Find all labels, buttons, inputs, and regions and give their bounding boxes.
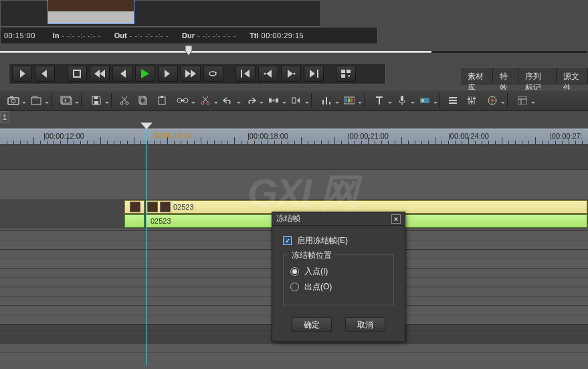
layout-icon[interactable]: [512, 92, 533, 108]
svg-rect-29: [276, 98, 278, 102]
right-panel-tabs: 素材库 特效 序列标记 源文件: [461, 67, 588, 84]
sequence-tab[interactable]: 1: [0, 111, 9, 123]
rewind-icon[interactable]: [90, 66, 110, 82]
out-timecode[interactable]: - -:- -:- -:- -: [130, 31, 169, 40]
svg-rect-38: [449, 97, 457, 98]
stop-icon[interactable]: [67, 66, 87, 82]
tab-library[interactable]: 素材库: [461, 68, 493, 84]
undo-icon[interactable]: [217, 92, 239, 108]
next-edit-icon[interactable]: [304, 66, 324, 82]
loop-icon[interactable]: [203, 66, 223, 82]
radio-selected-icon: [290, 267, 299, 276]
svg-point-26: [201, 102, 204, 104]
paste-icon[interactable]: [153, 92, 171, 108]
audio-clip-prev[interactable]: [124, 214, 144, 228]
transport-more-icon[interactable]: [336, 66, 356, 82]
ruler-label: |00:00:27:: [550, 132, 583, 140]
close-icon[interactable]: ×: [391, 214, 401, 224]
ripple-delete-icon[interactable]: [263, 92, 284, 108]
new-sequence-icon[interactable]: [56, 92, 77, 108]
step-back-icon[interactable]: [112, 66, 132, 82]
svg-rect-25: [181, 100, 185, 101]
track-row[interactable]: [0, 343, 588, 362]
svg-point-18: [126, 102, 128, 104]
radio-in-label: 入点(I): [304, 266, 328, 277]
audio-clip-label: 02523: [151, 217, 171, 225]
new-bin-icon[interactable]: [25, 92, 47, 108]
ok-button[interactable]: 确定: [292, 317, 332, 332]
freeze-position-group: 冻结帧位置 入点(I) 出点(O): [283, 254, 394, 305]
prev-marker-icon[interactable]: [258, 66, 278, 82]
trim-icon[interactable]: [286, 92, 307, 108]
fast-forward-icon[interactable]: [181, 66, 201, 82]
voiceover-icon[interactable]: [391, 92, 413, 108]
svg-point-17: [120, 102, 123, 104]
dur-timecode[interactable]: - -:- -:- -:- -: [197, 31, 236, 40]
title-icon[interactable]: [369, 92, 390, 108]
step-forward-icon[interactable]: [158, 66, 178, 82]
svg-rect-41: [468, 98, 470, 100]
link-icon[interactable]: [172, 92, 193, 108]
scopes-icon[interactable]: [482, 92, 503, 108]
timeline-settings-icon[interactable]: [444, 92, 462, 108]
dialog-titlebar[interactable]: 冻结帧 ×: [272, 212, 405, 226]
current-timecode[interactable]: 00:15:00: [4, 31, 35, 40]
timeline-toolbar: [0, 90, 588, 111]
svg-rect-33: [348, 98, 350, 102]
mixer-sliders-icon[interactable]: [463, 92, 480, 108]
svg-rect-28: [269, 98, 272, 102]
prev-edit-icon[interactable]: [235, 66, 256, 82]
svg-rect-7: [347, 70, 351, 73]
next-marker-icon[interactable]: [281, 66, 301, 82]
set-out-icon[interactable]: [35, 66, 55, 82]
ruler-label: |00:00:12:00: [43, 132, 84, 140]
seek-bar[interactable]: [0, 44, 587, 59]
playhead[interactable]: [146, 124, 146, 365]
copy-icon[interactable]: [134, 92, 152, 108]
enable-freeze-label: 启用冻结帧(E): [297, 235, 348, 246]
save-icon[interactable]: [86, 92, 107, 108]
cancel-button[interactable]: 取消: [345, 317, 385, 332]
radio-out-point[interactable]: 出点(O): [290, 281, 387, 293]
ttl-timecode[interactable]: 00:00:29:15: [262, 31, 304, 40]
ttl-label: Ttl: [250, 31, 258, 40]
svg-rect-8: [341, 74, 345, 78]
cut-icon[interactable]: [116, 92, 133, 108]
timecode-row: 00:15:00 In - -:- -:- -:- - Out - -:- -:…: [0, 27, 378, 44]
enable-freeze-checkbox[interactable]: ✓ 启用冻结帧(E): [283, 235, 394, 246]
svg-rect-6: [341, 70, 345, 73]
video-clip-label: 02523: [173, 203, 194, 211]
track-v2[interactable]: [0, 145, 588, 170]
timeline-ruler[interactable]: |00:00:12:00 |00:00:18:00 |00:00:21:00 |…: [0, 129, 588, 145]
set-in-icon[interactable]: [12, 66, 32, 82]
svg-point-45: [491, 99, 494, 102]
track-v1[interactable]: [0, 170, 588, 200]
svg-point-27: [207, 102, 209, 104]
tab-markers[interactable]: 序列标记: [518, 68, 556, 84]
video-clip-prev[interactable]: [124, 200, 144, 214]
dur-label: Dur: [182, 31, 195, 40]
group-label: 冻结帧位置: [289, 250, 334, 261]
svg-rect-22: [161, 96, 163, 98]
svg-rect-2: [241, 70, 242, 78]
audio-mixer-icon[interactable]: [316, 92, 337, 108]
razor-icon[interactable]: [195, 92, 216, 108]
svg-rect-11: [10, 96, 13, 98]
color-correction-icon[interactable]: [338, 92, 360, 108]
radio-in-point[interactable]: 入点(I): [290, 266, 387, 277]
effects-icon[interactable]: [414, 92, 435, 108]
play-icon[interactable]: [135, 66, 155, 82]
svg-rect-30: [292, 98, 296, 103]
svg-point-4: [294, 73, 296, 75]
out-label: Out: [114, 31, 127, 40]
tab-effects[interactable]: 特效: [493, 68, 519, 84]
preview-thumbnail: [47, 0, 134, 24]
tab-source[interactable]: 源文件: [557, 68, 589, 84]
redo-icon[interactable]: [240, 92, 262, 108]
preview-panel: [0, 0, 321, 27]
svg-rect-34: [351, 98, 353, 102]
in-timecode[interactable]: - -:- -:- -:- -: [62, 31, 101, 40]
seek-thumb[interactable]: [184, 46, 193, 56]
capture-icon[interactable]: [3, 92, 24, 108]
svg-rect-39: [449, 100, 457, 101]
